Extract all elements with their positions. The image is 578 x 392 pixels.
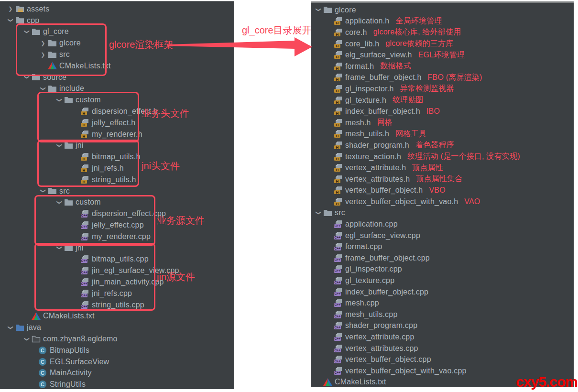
tree-row[interactable]: ❯C++string_utils.cpp	[0, 299, 234, 311]
tree-row[interactable]: ❯Hcore.hglcore核心库, 给外部使用	[311, 27, 574, 38]
tree-row[interactable]: ❯Htexture_action.h纹理活动 (是一个接口, 没有实现)	[311, 151, 574, 163]
tree-row[interactable]: ❯CMakeLists.txt	[0, 311, 234, 322]
tree-row[interactable]: ❯C++shader_program.cpp	[311, 320, 574, 332]
tree-row[interactable]: ❯C++application.cpp	[311, 218, 574, 230]
tree-row[interactable]: ❯com.zhyan8.egldemo	[0, 333, 234, 345]
tree-row[interactable]: ❯Hbitmap_utils.h	[0, 151, 234, 163]
chevron-down-icon[interactable]: ❯	[41, 84, 46, 93]
tree-row[interactable]: ❯Hvertex_attribute.h顶点属性	[311, 162, 574, 174]
tree-row[interactable]: ❯C++vertex_attribute.cpp	[311, 331, 574, 343]
chevron-down-icon[interactable]: ❯	[8, 16, 13, 25]
tree-row[interactable]: ❯glcore	[311, 4, 574, 16]
svg-text:H: H	[336, 156, 339, 161]
tree-row[interactable]: ❯source	[0, 72, 234, 83]
tree-row[interactable]: ❯include	[0, 83, 234, 95]
tree-row[interactable]: ❯src	[311, 207, 574, 219]
chevron-right-icon[interactable]: ❯	[38, 41, 48, 46]
tree-row[interactable]: ❯Hmesh_utils.h网格工具	[311, 129, 574, 140]
tree-item-label: frame_buffer_object.cpp	[345, 254, 430, 262]
tree-row[interactable]: ❯C++index_buffer_object.cpp	[311, 286, 574, 298]
tree-row[interactable]: ❯C++jin_main_activity.cpp	[0, 276, 234, 288]
tree-row[interactable]: ❯C++vertex_attributes.cpp	[311, 343, 574, 354]
tree-row[interactable]: ❯C++gl_inspector.cpp	[311, 264, 574, 275]
class-icon: C	[38, 346, 48, 355]
tree-row[interactable]: ❯jni	[0, 140, 234, 152]
tree-row[interactable]: ❯Hformat.h数据格式	[311, 61, 574, 72]
svg-text:C++: C++	[81, 237, 87, 240]
tree-row[interactable]: ❯C++my_renderer.cpp	[0, 231, 234, 242]
tree-row[interactable]: ❯assets	[0, 3, 234, 15]
tree-item-label: jni	[76, 141, 84, 150]
chevron-down-icon[interactable]: ❯	[57, 141, 62, 150]
tree-row[interactable]: ❯C++vertex_buffer_object.cpp	[311, 354, 574, 365]
tree-row[interactable]: ❯C++frame_buffer_object.cpp	[311, 252, 574, 264]
tree-row[interactable]: ❯Hvertex_buffer_object_with_vao.hVAO	[311, 196, 574, 207]
tree-row[interactable]: ❯Helg_surface_view.hEGL环境管理	[311, 49, 574, 61]
tree-row[interactable]: ❯jni	[0, 242, 234, 254]
svg-text:C++: C++	[335, 360, 341, 363]
tree-row[interactable]: ❯Hgl_inspector.h异常检测监视器	[311, 83, 574, 95]
chevron-down-icon[interactable]: ❯	[8, 323, 13, 332]
chevron-down-icon[interactable]: ❯	[316, 5, 321, 15]
chevron-right-icon[interactable]: ❯	[6, 6, 15, 11]
chevron-down-icon[interactable]: ❯	[57, 197, 62, 207]
tree-row[interactable]: ❯Hvertex_buffer_object.hVBO	[311, 185, 574, 196]
tree-row[interactable]: ❯cpp	[0, 15, 234, 26]
tree-row[interactable]: ❯Hgl_texture.h纹理贴图	[311, 95, 574, 106]
tree-row[interactable]: ❯gl_core	[0, 26, 234, 38]
tree-row[interactable]: ❯C++mesh_utils.cpp	[311, 309, 574, 320]
tree-row[interactable]: ❯Hstring_utils.h	[0, 174, 234, 185]
tree-row[interactable]: ❯Hindex_buffer_object.hIBO	[311, 106, 574, 117]
cpp-file-icon: C++	[334, 231, 344, 240]
tree-row[interactable]: ❯C++gl_texture.cpp	[311, 275, 574, 286]
tree-item-label: string_utils.h	[92, 175, 136, 184]
project-tree-panel-expanded: ❯glcore❯Happlication.h全局环境管理❯Hcore.hglco…	[311, 1, 574, 387]
cpp-file-icon: C++	[334, 220, 344, 229]
chevron-down-icon[interactable]: ❯	[41, 186, 46, 196]
tree-row[interactable]: ❯C++bitmap_utils.cpp	[0, 254, 234, 265]
tree-row[interactable]: ❯Happlication.h全局环境管理	[311, 16, 574, 27]
svg-text:H: H	[336, 66, 339, 70]
tree-item-label: jelly_effect.cpp	[92, 221, 144, 229]
tree-row[interactable]: ❯C++jin_egl_surface_view.cpp	[0, 265, 234, 276]
tree-row[interactable]: ❯CStringUtils	[0, 379, 234, 390]
tree-row[interactable]: ❯Hjni_refs.h	[0, 163, 234, 174]
chevron-right-icon[interactable]: ❯	[38, 52, 48, 57]
cpp-file-icon: C++	[334, 276, 344, 285]
tree-row[interactable]: ❯CMakeLists.txt	[0, 60, 234, 72]
tree-row[interactable]: ❯CMainActivity	[0, 368, 234, 379]
tree-row[interactable]: ❯C++jni_refs.cpp	[0, 288, 234, 299]
tree-row[interactable]: ❯Hvertex_attributes.h顶点属性集合	[311, 174, 574, 185]
chevron-down-icon[interactable]: ❯	[316, 208, 321, 218]
folder-icon	[64, 142, 74, 149]
tree-row[interactable]: ❯C++format.cpp	[311, 241, 574, 252]
tree-row[interactable]: ❯custom	[0, 94, 234, 106]
chevron-down-icon[interactable]: ❯	[57, 95, 62, 105]
chevron-down-icon[interactable]: ❯	[57, 243, 62, 253]
tree-row[interactable]: ❯Hcore_lib.hglcore依赖的三方库	[311, 38, 574, 50]
tree-row[interactable]: ❯Hmesh.h网格	[311, 117, 574, 129]
tree-row[interactable]: ❯Hjelly_effect.h	[0, 117, 234, 129]
tree-row[interactable]: ❯C++egl_surface_view.cpp	[311, 230, 574, 241]
svg-text:H: H	[336, 44, 339, 48]
tree-row[interactable]: ❯C++mesh.cpp	[311, 297, 574, 309]
tree-row[interactable]: ❯java	[0, 322, 234, 333]
svg-text:C: C	[41, 348, 44, 353]
svg-text:C: C	[41, 381, 44, 387]
tree-row[interactable]: ❯Hframe_buffer_object.hFBO (离屏渲染)	[311, 72, 574, 84]
chevron-down-icon[interactable]: ❯	[24, 73, 30, 82]
tree-row[interactable]: ❯CBitmapUtils	[0, 345, 234, 356]
h-file-icon: H	[80, 152, 90, 161]
tree-row[interactable]: ❯Hdispersion_effect.h	[0, 106, 234, 117]
chevron-down-icon[interactable]: ❯	[24, 334, 30, 344]
tree-row[interactable]: ❯src	[0, 185, 234, 197]
svg-text:H: H	[336, 134, 339, 138]
tree-row[interactable]: ❯Hshader_program.h着色器程序	[311, 140, 574, 151]
svg-text:C++: C++	[335, 304, 341, 307]
tree-row[interactable]: ❯custom	[0, 197, 234, 208]
cpp-file-icon: C++	[334, 355, 344, 364]
chevron-down-icon[interactable]: ❯	[24, 27, 30, 36]
tree-item-label: custom	[76, 96, 101, 104]
tree-row[interactable]: ❯Hmy_renderer.h	[0, 129, 234, 140]
tree-row[interactable]: ❯CEGLSurfaceView	[0, 356, 234, 368]
